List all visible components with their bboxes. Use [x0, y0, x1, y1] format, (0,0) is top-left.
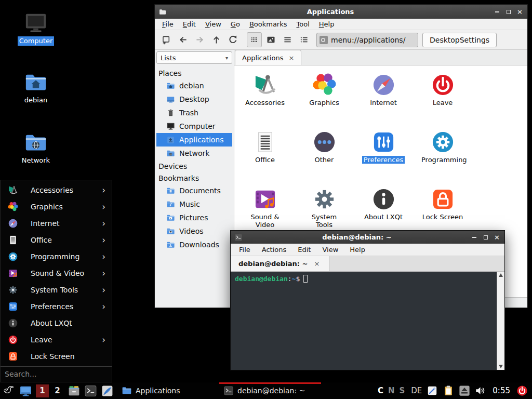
- clock[interactable]: 0:55: [493, 386, 510, 395]
- sidebar-item-applications[interactable]: Applications: [156, 133, 232, 147]
- sidebar-item-network[interactable]: Network: [156, 147, 232, 160]
- fm-toolbar: menu://applications/ DesktopSettings: [155, 30, 527, 50]
- menubar-item-edit[interactable]: Edit: [292, 245, 316, 255]
- volume-icon[interactable]: [475, 385, 486, 396]
- quicklaunch-file-manager[interactable]: [68, 384, 81, 397]
- menu-item-graphics[interactable]: Graphics›: [1, 198, 112, 215]
- grid-item-about-lxqt[interactable]: About LXQt: [354, 185, 413, 235]
- menu-search-input[interactable]: Search...: [1, 366, 112, 382]
- menubar-item-tool[interactable]: Tool: [292, 19, 314, 29]
- sidebar-item-music[interactable]: Music: [156, 197, 232, 211]
- desktop-settings-button[interactable]: DesktopSettings: [422, 33, 497, 47]
- maximize-button[interactable]: [483, 234, 488, 240]
- menu-item-accessories[interactable]: Accessories›: [1, 182, 112, 198]
- menubar-item-edit[interactable]: Edit: [178, 19, 201, 29]
- close-button[interactable]: ×: [517, 9, 523, 15]
- menubar-item-help[interactable]: Help: [314, 19, 339, 29]
- sidebar-item-documents[interactable]: Documents: [156, 184, 232, 197]
- forward-button[interactable]: [192, 32, 207, 47]
- grid-item-lock-screen[interactable]: Lock Screen: [413, 185, 472, 235]
- terminal-titlebar[interactable]: debian@debian: ~ ×: [231, 231, 504, 244]
- up-button[interactable]: [209, 32, 224, 47]
- grid-item-programming[interactable]: Programming: [413, 128, 472, 178]
- scroll-down-icon[interactable]: [499, 365, 503, 368]
- grid-item-preferences[interactable]: Preferences: [354, 128, 413, 178]
- sidebar-item-trash[interactable]: Trash: [156, 106, 232, 119]
- quicklaunch-terminal-app[interactable]: [84, 384, 97, 397]
- sidebar-item-computer[interactable]: Computer: [156, 119, 232, 133]
- grid-item-office[interactable]: Office: [235, 128, 295, 178]
- screenshot-tray-icon[interactable]: [427, 385, 438, 396]
- menu-item-system-tools[interactable]: System Tools›: [1, 282, 112, 298]
- task-button-applications[interactable]: Applications: [117, 382, 219, 399]
- workspace-2[interactable]: 2: [51, 384, 64, 397]
- quicklaunch-featherpad[interactable]: [101, 384, 114, 397]
- menubar-item-view[interactable]: View: [201, 19, 226, 29]
- menu-item-programming[interactable]: Programming›: [1, 248, 112, 265]
- tab-close-icon[interactable]: ×: [314, 260, 320, 268]
- address-bar[interactable]: menu://applications/: [316, 33, 418, 47]
- detailed-list-view-button[interactable]: [297, 32, 312, 47]
- maximize-button[interactable]: [506, 9, 511, 15]
- reload-button[interactable]: [225, 32, 241, 47]
- keyboard-layout[interactable]: DE: [411, 386, 422, 395]
- sidebar-item-downloads[interactable]: Downloads: [156, 238, 232, 251]
- sidebar-item-videos[interactable]: Videos: [156, 224, 232, 238]
- scroll-up-icon[interactable]: [499, 273, 503, 277]
- power-button[interactable]: [516, 385, 528, 396]
- menu-item-sound-video[interactable]: Sound & Video›: [1, 265, 112, 282]
- keyboard-indicator-n[interactable]: N: [388, 386, 395, 395]
- desktop-icon-network[interactable]: Network: [11, 131, 61, 165]
- minimize-button[interactable]: [494, 9, 500, 15]
- back-button[interactable]: [176, 32, 191, 47]
- grid-item-graphics[interactable]: Graphics: [295, 71, 354, 121]
- grid-item-sound-video[interactable]: Sound & Video: [235, 185, 295, 235]
- menubar-item-actions[interactable]: Actions: [256, 245, 292, 255]
- menu-item-about-lxqt[interactable]: About LXQt›: [1, 315, 112, 331]
- compact-view-button[interactable]: [280, 32, 295, 47]
- menu-item-office[interactable]: Office›: [1, 232, 112, 248]
- menubar-item-bookmarks[interactable]: Bookmarks: [245, 19, 292, 29]
- menu-item-internet[interactable]: Internet›: [1, 215, 112, 232]
- terminal-screen[interactable]: debian@debian:~$: [231, 272, 497, 370]
- clipboard-tray-icon[interactable]: [443, 385, 454, 396]
- keyboard-indicator-c[interactable]: C: [378, 386, 383, 395]
- menu-item-leave[interactable]: Leave›: [1, 331, 112, 348]
- menubar-item-file[interactable]: File: [233, 245, 256, 255]
- workspace-1[interactable]: 1: [36, 384, 49, 397]
- tab-close-icon[interactable]: ×: [288, 55, 294, 61]
- desktop-icon-computer[interactable]: Computer: [11, 11, 61, 46]
- grid-item-internet[interactable]: Internet: [354, 71, 413, 121]
- thumbnail-view-button[interactable]: [263, 32, 278, 47]
- eject-tray-icon[interactable]: [459, 385, 470, 396]
- task-button-debian-debian[interactable]: debian@debian: ~: [219, 382, 321, 399]
- terminal-tab[interactable]: debian@debian: ~ ×: [231, 256, 329, 271]
- task-label: Applications: [136, 387, 180, 395]
- tab-applications[interactable]: Applications ×: [235, 50, 301, 65]
- menubar-item-file[interactable]: File: [157, 19, 178, 29]
- lists-dropdown[interactable]: Lists ▾: [156, 51, 232, 64]
- show-desktop-button[interactable]: [19, 384, 32, 397]
- main-menu-button[interactable]: [3, 384, 16, 397]
- menubar-item-view[interactable]: View: [316, 245, 344, 255]
- menu-item-preferences[interactable]: Preferences›: [1, 298, 112, 315]
- new-tab-button[interactable]: [159, 32, 174, 47]
- terminal-scrollbar[interactable]: [497, 272, 504, 370]
- sidebar-item-desktop[interactable]: Desktop: [156, 92, 232, 106]
- menu-item-lock-screen[interactable]: Lock Screen›: [1, 348, 112, 365]
- minimize-button[interactable]: [471, 234, 477, 240]
- grid-item-accessories[interactable]: Accessories: [235, 71, 295, 121]
- lock-screen-icon: [8, 351, 18, 362]
- sidebar-item-debian[interactable]: debian: [156, 79, 232, 92]
- grid-item-system-tools[interactable]: System Tools: [295, 185, 354, 235]
- grid-item-other[interactable]: Other: [295, 128, 354, 178]
- close-button[interactable]: ×: [494, 234, 500, 240]
- keyboard-indicator-s[interactable]: S: [399, 386, 405, 395]
- icon-view-button[interactable]: [247, 32, 262, 47]
- grid-item-leave[interactable]: Leave: [413, 71, 472, 121]
- menubar-item-go[interactable]: Go: [226, 19, 245, 29]
- menubar-item-help[interactable]: Help: [344, 245, 371, 255]
- fm-titlebar[interactable]: Applications ×: [155, 5, 527, 19]
- desktop-icon-debian[interactable]: debian: [11, 71, 61, 105]
- sidebar-item-pictures[interactable]: Pictures: [156, 211, 232, 224]
